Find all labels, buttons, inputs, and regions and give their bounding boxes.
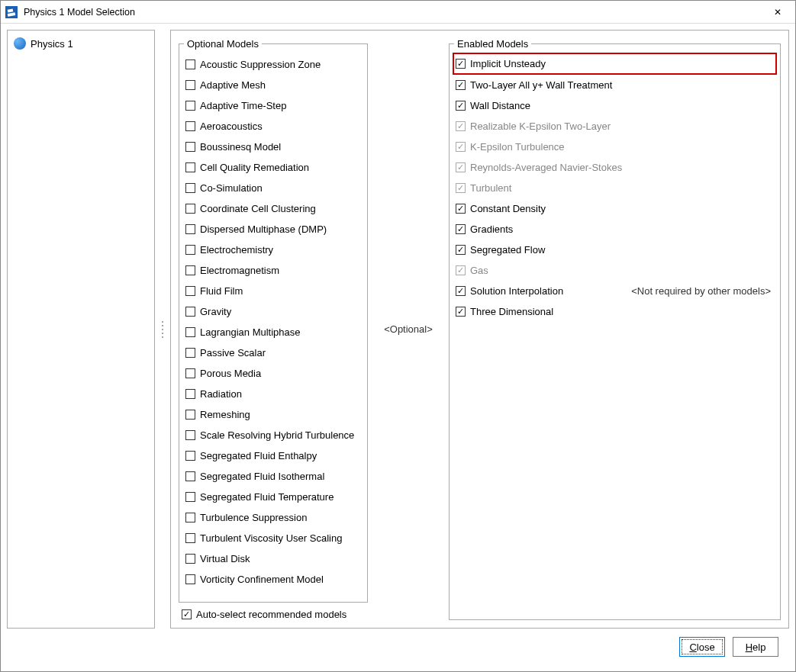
optional-models-list: Acoustic Suppression ZoneAdaptive MeshAd… <box>184 54 363 590</box>
optional-model-row[interactable]: Radiation <box>184 384 363 404</box>
window-close-button[interactable]: ✕ <box>760 1 795 24</box>
tree-item-physics1[interactable]: Physics 1 <box>11 35 151 52</box>
model-label: Cell Quality Remediation <box>200 162 309 173</box>
checkbox[interactable] <box>185 368 195 378</box>
splitter[interactable] <box>160 30 166 629</box>
model-label: Lagrangian Multiphase <box>200 326 301 338</box>
checkbox[interactable] <box>185 286 195 296</box>
checkbox[interactable] <box>185 162 195 172</box>
optional-model-row[interactable]: Turbulent Viscosity User Scaling <box>184 528 363 548</box>
optional-model-row[interactable]: Adaptive Time-Step <box>184 95 363 116</box>
checkbox[interactable] <box>185 430 195 440</box>
optional-model-row[interactable]: Remeshing <box>184 404 363 425</box>
checkbox[interactable] <box>185 348 195 358</box>
checkbox[interactable] <box>185 80 195 90</box>
optional-model-row[interactable]: Electromagnetism <box>184 260 363 281</box>
close-button[interactable]: Close <box>679 637 725 657</box>
optional-model-row[interactable]: Adaptive Mesh <box>184 75 363 95</box>
checkbox[interactable] <box>185 307 195 317</box>
optional-hint: <Optional> <box>384 323 433 335</box>
enabled-model-row[interactable]: Constant Density <box>454 198 775 219</box>
model-label: Constant Density <box>470 203 546 214</box>
checkbox[interactable] <box>456 224 466 234</box>
optional-model-row[interactable]: Coordinate Cell Clustering <box>184 198 363 219</box>
checkbox[interactable] <box>185 204 195 214</box>
dialog-window: Physics 1 Model Selection ✕ Physics 1 <box>0 0 796 672</box>
enabled-model-row[interactable]: Two-Layer All y+ Wall Treatment <box>454 75 775 95</box>
checkbox[interactable] <box>185 59 195 69</box>
enabled-model-row[interactable]: Three Dimensional <box>454 301 775 322</box>
checkbox[interactable] <box>456 286 466 296</box>
checkbox[interactable] <box>456 307 466 317</box>
enabled-model-row[interactable]: Wall Distance <box>454 95 775 116</box>
checkbox[interactable] <box>185 101 195 111</box>
optional-model-row[interactable]: Aeroacoustics <box>184 116 363 137</box>
checkbox[interactable] <box>456 101 466 111</box>
checkbox[interactable] <box>185 389 195 399</box>
model-label: Acoustic Suppression Zone <box>200 59 321 70</box>
model-label: K-Epsilon Turbulence <box>470 141 565 153</box>
checkbox[interactable] <box>185 513 195 522</box>
optional-model-row[interactable]: Scale Resolving Hybrid Turbulence <box>184 425 363 445</box>
enabled-model-row: Turbulent <box>454 178 775 198</box>
optional-model-row[interactable]: Segregated Fluid Enthalpy <box>184 445 363 466</box>
splitter-handle-icon <box>162 321 163 338</box>
model-label: Boussinesq Model <box>200 141 281 153</box>
optional-model-row[interactable]: Gravity <box>184 301 363 322</box>
checkbox[interactable] <box>185 327 195 337</box>
model-label: Gravity <box>200 306 231 317</box>
optional-model-row[interactable]: Dispersed Multiphase (DMP) <box>184 219 363 240</box>
model-label: Vorticity Confinement Model <box>200 574 324 585</box>
help-button[interactable]: Help <box>733 637 778 657</box>
enabled-model-row[interactable]: Segregated Flow <box>454 240 775 260</box>
checkbox[interactable] <box>185 142 195 152</box>
enabled-model-row[interactable]: Solution Interpolation<Not required by o… <box>454 281 775 301</box>
checkbox <box>456 183 466 193</box>
optional-model-row[interactable]: Boussinesq Model <box>184 137 363 157</box>
optional-model-row[interactable]: Electrochemistry <box>184 240 363 260</box>
enabled-model-row[interactable]: Gradients <box>454 219 775 240</box>
optional-model-row[interactable]: Passive Scalar <box>184 342 363 363</box>
checkbox[interactable] <box>456 59 466 69</box>
model-note: <Not required by other models> <box>631 285 775 297</box>
checkbox[interactable] <box>185 533 195 543</box>
checkbox[interactable] <box>456 204 466 214</box>
model-label: Adaptive Mesh <box>200 79 266 91</box>
enabled-models-list: Implicit UnsteadyTwo-Layer All y+ Wall T… <box>454 53 775 322</box>
optional-model-row[interactable]: Porous Media <box>184 363 363 384</box>
checkbox[interactable] <box>185 451 195 461</box>
model-label: Segregated Flow <box>470 244 545 256</box>
enabled-model-row[interactable]: Implicit Unsteady <box>453 53 777 75</box>
checkbox[interactable] <box>185 245 195 255</box>
checkbox[interactable] <box>185 265 195 275</box>
optional-model-row[interactable]: Segregated Fluid Temperature <box>184 487 363 507</box>
optional-model-row[interactable]: Segregated Fluid Isothermal <box>184 466 363 487</box>
optional-model-row[interactable]: Lagrangian Multiphase <box>184 322 363 342</box>
tree-panel[interactable]: Physics 1 <box>7 30 155 629</box>
model-label: Gradients <box>470 223 513 235</box>
optional-model-row[interactable]: Cell Quality Remediation <box>184 157 363 178</box>
optional-model-row[interactable]: Vorticity Confinement Model <box>184 569 363 590</box>
checkbox[interactable] <box>456 245 466 255</box>
model-label: Segregated Fluid Temperature <box>200 491 334 503</box>
checkbox[interactable] <box>185 224 195 234</box>
optional-model-row[interactable]: Turbulence Suppression <box>184 507 363 528</box>
checkbox[interactable] <box>456 80 466 90</box>
checkbox[interactable] <box>185 410 195 420</box>
checkbox[interactable] <box>185 183 195 193</box>
checkbox[interactable] <box>185 121 195 131</box>
checkbox[interactable] <box>185 471 195 481</box>
model-label: Fluid Film <box>200 285 243 297</box>
optional-model-row[interactable]: Fluid Film <box>184 281 363 301</box>
model-label: Remeshing <box>200 409 250 420</box>
checkbox[interactable] <box>185 554 195 564</box>
checkbox <box>456 142 466 152</box>
auto-select-row: Auto-select recommended models <box>179 609 368 620</box>
optional-model-row[interactable]: Virtual Disk <box>184 548 363 569</box>
auto-select-checkbox[interactable] <box>182 609 192 619</box>
optional-model-row[interactable]: Co-Simulation <box>184 178 363 198</box>
optional-model-row[interactable]: Acoustic Suppression Zone <box>184 54 363 75</box>
checkbox[interactable] <box>185 574 195 584</box>
checkbox[interactable] <box>185 492 195 502</box>
optional-column: Optional Models Acoustic Suppression Zon… <box>179 38 368 620</box>
